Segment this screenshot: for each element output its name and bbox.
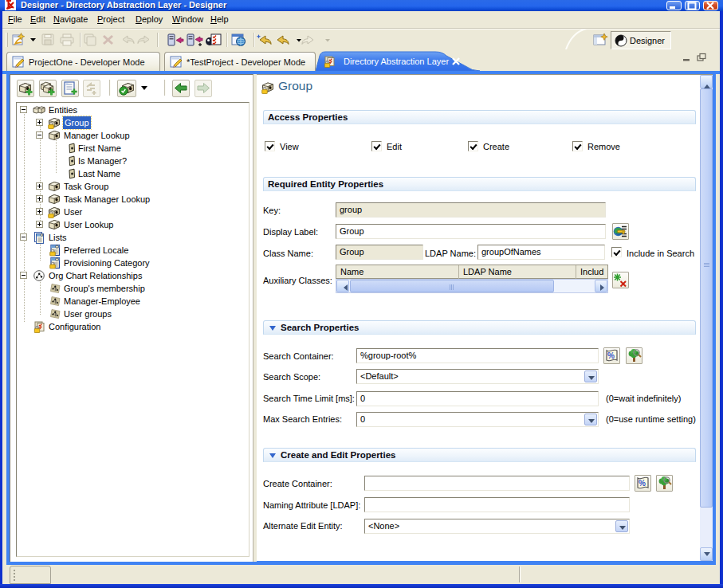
svg-text:%: % bbox=[639, 479, 646, 488]
svg-text:%: % bbox=[607, 351, 615, 360]
